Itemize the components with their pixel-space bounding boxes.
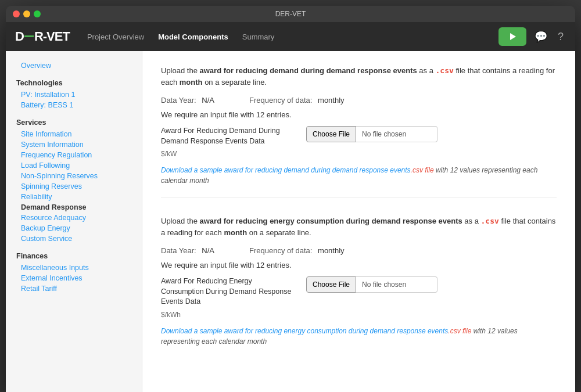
content-area: Upload the award for reducing demand dur… — [142, 51, 575, 392]
file-input-container-1: Choose File No file chosen — [306, 126, 437, 142]
upload-desc-2: Upload the award for reducing energy con… — [161, 215, 557, 238]
file-label-2: Award For Reducing Energy Consumption Du… — [161, 276, 295, 307]
sidebar-finances-header: Finances — [13, 251, 135, 261]
sidebar-item-custom-service[interactable]: Custom Service — [13, 233, 135, 244]
logo-text: DR-VET — [15, 29, 70, 44]
frequency-label-1: Frequency of data: — [249, 96, 312, 105]
sidebar-item-pv-installation[interactable]: PV: Installation 1 — [13, 89, 135, 100]
entries-note-2: We require an input file with 12 entries… — [161, 261, 557, 269]
svg-marker-0 — [510, 33, 516, 40]
sidebar-technologies-section: Technologies PV: Installation 1 Battery:… — [13, 78, 135, 110]
logo: DR-VET — [15, 29, 70, 44]
nav-project-overview[interactable]: Project Overview — [87, 33, 144, 41]
meta-row-2: Data Year: N/A Frequency of data: monthl… — [161, 246, 557, 255]
csv-tag-2: .csv — [481, 217, 499, 225]
upload-desc-bold-1: award for reducing demand during demand … — [200, 66, 417, 75]
maximize-button[interactable] — [34, 10, 41, 17]
file-input-wrap-2: Choose File No file chosen — [306, 276, 437, 293]
csv-tag-1: .csv — [436, 66, 454, 75]
navbar: DR-VET Project Overview Model Components… — [6, 22, 575, 51]
frequency-value-1: monthly — [318, 96, 345, 105]
choose-file-btn-2[interactable]: Choose File — [306, 276, 356, 293]
sidebar-item-battery-bess[interactable]: Battery: BESS 1 — [13, 100, 135, 110]
sidebar-item-backup-energy[interactable]: Backup Energy — [13, 223, 135, 233]
sidebar-item-site-information[interactable]: Site Information — [13, 129, 135, 139]
frequency-value-2: monthly — [318, 246, 345, 255]
app-window: DER-VET DR-VET Project Overview Model Co… — [6, 6, 575, 392]
sidebar-item-reliability[interactable]: Reliability — [13, 192, 135, 202]
nav-model-components[interactable]: Model Components — [158, 33, 228, 41]
sidebar-services-section: Services Site Information System Informa… — [13, 117, 135, 244]
upload-section-2: Upload the award for reducing energy con… — [161, 215, 557, 358]
upload-section-1: Upload the award for reducing demand dur… — [161, 65, 557, 198]
sidebar-technologies-header: Technologies — [13, 78, 135, 88]
upload-desc-month-1: month — [180, 78, 203, 87]
data-year-label-2: Data Year: — [161, 246, 196, 255]
download-anchor-1[interactable]: Download a sample award for reducing dem… — [161, 166, 434, 174]
sidebar-item-external-incentives[interactable]: External Incentives — [13, 273, 135, 283]
sidebar-item-retail-tariff[interactable]: Retail Tariff — [13, 283, 135, 294]
file-chosen-text-1: No file chosen — [356, 126, 437, 142]
file-row-2: Award For Reducing Energy Consumption Du… — [161, 276, 557, 307]
download-link-1: Download a sample award for reducing dem… — [161, 165, 557, 186]
file-chosen-text-2: No file chosen — [356, 276, 437, 293]
frequency-item-1: Frequency of data: monthly — [249, 96, 345, 105]
main-area: Overview Technologies PV: Installation 1… — [6, 51, 575, 392]
sidebar-item-system-information[interactable]: System Information — [13, 139, 135, 150]
upload-desc-month-2: month — [224, 228, 247, 237]
data-year-label-1: Data Year: — [161, 96, 196, 105]
run-button[interactable] — [498, 27, 526, 46]
meta-row-1: Data Year: N/A Frequency of data: monthl… — [161, 96, 557, 105]
minimize-button[interactable] — [23, 10, 30, 17]
download-csv-2: .csv file — [448, 327, 471, 335]
download-csv-1: .csv file — [411, 166, 434, 174]
download-link-2: Download a sample award for reducing ene… — [161, 326, 557, 347]
unit-text-2: $/kWh — [161, 311, 557, 319]
sidebar-item-overview[interactable]: Overview — [13, 60, 135, 71]
data-year-item-1: Data Year: N/A — [161, 96, 214, 105]
data-year-item-2: Data Year: N/A — [161, 246, 214, 255]
frequency-label-2: Frequency of data: — [249, 246, 312, 255]
nav-links: Project Overview Model Components Summar… — [87, 33, 498, 41]
nav-summary[interactable]: Summary — [242, 33, 275, 41]
close-button[interactable] — [13, 10, 20, 17]
sidebar-item-demand-response[interactable]: Demand Response — [13, 202, 135, 213]
unit-text-1: $/kW — [161, 150, 557, 158]
sidebar-item-non-spinning-reserves[interactable]: Non-Spinning Reserves — [13, 171, 135, 181]
data-year-value-1: N/A — [202, 96, 214, 105]
help-button[interactable]: ? — [555, 28, 566, 45]
sidebar-services-header: Services — [13, 117, 135, 128]
choose-file-btn-1[interactable]: Choose File — [306, 126, 356, 142]
sidebar-item-load-following[interactable]: Load Following — [13, 160, 135, 171]
window-title: DER-VET — [275, 10, 306, 18]
messages-button[interactable]: 💬 — [532, 28, 550, 45]
data-year-value-2: N/A — [202, 246, 214, 255]
frequency-item-2: Frequency of data: monthly — [249, 246, 345, 255]
sidebar-overview-section: Overview — [13, 60, 135, 71]
file-input-wrap-1: Choose File No file chosen — [306, 126, 437, 142]
file-input-container-2: Choose File No file chosen — [306, 276, 437, 293]
sidebar-item-resource-adequacy[interactable]: Resource Adequacy — [13, 213, 135, 223]
entries-note-1: We require an input file with 12 entries… — [161, 110, 557, 119]
sidebar-item-miscellaneous-inputs[interactable]: Miscellaneous Inputs — [13, 262, 135, 273]
upload-desc-bold-2: award for reducing energy consumption du… — [200, 217, 462, 225]
sidebar-item-spinning-reserves[interactable]: Spinning Reserves — [13, 181, 135, 192]
upload-desc-1: Upload the award for reducing demand dur… — [161, 65, 557, 88]
nav-actions: 💬 ? — [498, 27, 566, 46]
sidebar-item-frequency-regulation[interactable]: Frequency Regulation — [13, 150, 135, 160]
file-row-1: Award For Reducing Demand During Demand … — [161, 126, 557, 146]
download-anchor-2[interactable]: Download a sample award for reducing ene… — [161, 327, 471, 335]
sidebar: Overview Technologies PV: Installation 1… — [6, 51, 142, 392]
sidebar-finances-section: Finances Miscellaneous Inputs External I… — [13, 251, 135, 294]
traffic-lights — [13, 10, 41, 17]
file-label-1: Award For Reducing Demand During Demand … — [161, 126, 295, 146]
titlebar: DER-VET — [6, 6, 575, 22]
